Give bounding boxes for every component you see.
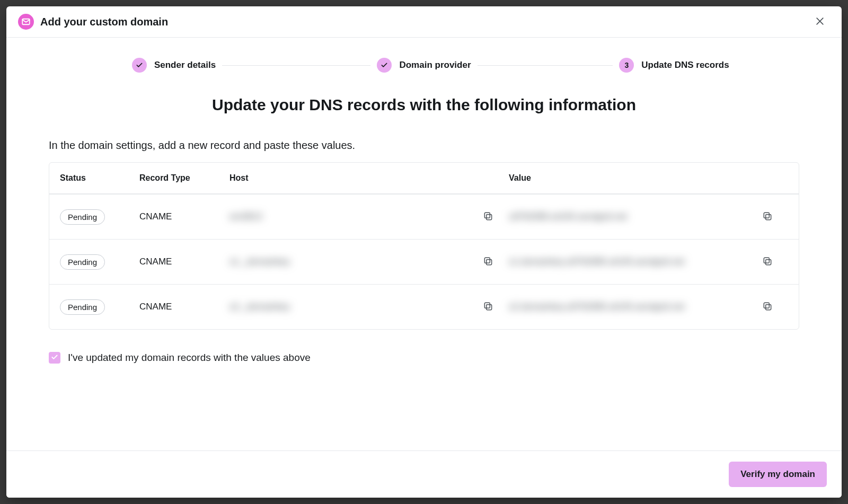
- copy-icon: [483, 256, 493, 268]
- copy-host-button[interactable]: [480, 299, 496, 315]
- modal-body: Sender details Domain provider 3 Update …: [6, 38, 842, 450]
- step-label: Sender details: [154, 60, 216, 70]
- table-header: Status Record Type Host Value: [49, 163, 799, 194]
- dns-records-table: Status Record Type Host Value Pending CN…: [49, 162, 799, 330]
- copy-host-button[interactable]: [480, 209, 496, 225]
- col-value: Value: [509, 173, 788, 183]
- cell-value: s2.domainkey.u8762085.wl145.sendgrid.net: [509, 299, 788, 315]
- status-pending-pill: Pending: [60, 299, 105, 315]
- value-text: u8762085.wl145.sendgrid.net: [509, 211, 627, 222]
- host-value: s2._domainkey: [229, 302, 290, 312]
- table-row: Pending CNAME em3813 u87: [49, 194, 799, 239]
- confirm-updated-row: I've updated my domain records with the …: [49, 352, 799, 364]
- close-icon: [815, 16, 825, 28]
- copy-icon: [483, 301, 493, 313]
- step-label: Domain provider: [399, 60, 471, 70]
- table-row: Pending CNAME s2._domainkey: [49, 284, 799, 329]
- modal-header: Add your custom domain: [6, 6, 842, 38]
- value-text: s2.domainkey.u8762085.wl145.sendgrid.net: [509, 302, 684, 312]
- svg-rect-13: [766, 304, 771, 310]
- custom-domain-modal: Add your custom domain Sender details: [6, 6, 842, 498]
- confirm-updated-checkbox[interactable]: [49, 352, 60, 364]
- brand-icon: [18, 14, 34, 30]
- cell-status: Pending: [60, 254, 139, 270]
- copy-icon: [762, 211, 773, 223]
- cell-host: em3813: [229, 209, 509, 225]
- cell-value: s1.domainkey.u8762085.wl145.sendgrid.net: [509, 254, 788, 270]
- svg-rect-7: [487, 259, 492, 264]
- close-button[interactable]: [811, 13, 829, 31]
- copy-host-button[interactable]: [480, 254, 496, 270]
- copy-value-button[interactable]: [759, 299, 775, 315]
- step-check-icon: [132, 58, 147, 73]
- table-row: Pending CNAME s1._domainkey: [49, 239, 799, 284]
- status-pending-pill: Pending: [60, 254, 105, 270]
- cell-record-type: CNAME: [139, 211, 229, 222]
- svg-rect-11: [487, 304, 492, 310]
- modal-title-wrap: Add your custom domain: [18, 14, 168, 30]
- col-host: Host: [229, 173, 509, 183]
- modal-footer: Verify my domain: [6, 450, 842, 498]
- svg-rect-10: [764, 258, 769, 263]
- modal-title: Add your custom domain: [40, 16, 168, 28]
- cell-host: s2._domainkey: [229, 299, 509, 315]
- host-value: em3813: [229, 211, 262, 222]
- step-number-icon: 3: [619, 58, 634, 73]
- cell-record-type: CNAME: [139, 302, 229, 312]
- verify-domain-button[interactable]: Verify my domain: [729, 462, 827, 487]
- svg-rect-9: [766, 259, 771, 264]
- step-label: Update DNS records: [641, 60, 729, 70]
- copy-icon: [762, 256, 773, 268]
- cell-status: Pending: [60, 299, 139, 315]
- copy-value-button[interactable]: [759, 209, 775, 225]
- step-update-dns: 3 Update DNS records: [549, 58, 799, 73]
- value-text: s1.domainkey.u8762085.wl145.sendgrid.net: [509, 257, 684, 267]
- svg-rect-5: [766, 214, 771, 219]
- svg-rect-12: [484, 303, 490, 308]
- status-pending-pill: Pending: [60, 209, 105, 225]
- cell-host: s1._domainkey: [229, 254, 509, 270]
- step-check-icon: [377, 58, 392, 73]
- page-subtext: In the domain settings, add a new record…: [49, 139, 799, 152]
- svg-rect-14: [764, 303, 769, 308]
- cell-record-type: CNAME: [139, 257, 229, 267]
- svg-rect-3: [487, 214, 492, 219]
- confirm-updated-label: I've updated my domain records with the …: [68, 352, 311, 364]
- cell-value: u8762085.wl145.sendgrid.net: [509, 209, 788, 225]
- page-headline: Update your DNS records with the followi…: [49, 96, 799, 114]
- copy-icon: [762, 301, 773, 313]
- copy-value-button[interactable]: [759, 254, 775, 270]
- svg-rect-4: [484, 213, 490, 218]
- copy-icon: [483, 211, 493, 223]
- cell-status: Pending: [60, 209, 139, 225]
- host-value: s1._domainkey: [229, 257, 290, 267]
- col-status: Status: [60, 173, 139, 183]
- col-record-type: Record Type: [139, 173, 229, 183]
- stepper: Sender details Domain provider 3 Update …: [49, 58, 799, 73]
- svg-rect-6: [764, 213, 769, 218]
- check-icon: [51, 353, 58, 362]
- svg-rect-8: [484, 258, 490, 263]
